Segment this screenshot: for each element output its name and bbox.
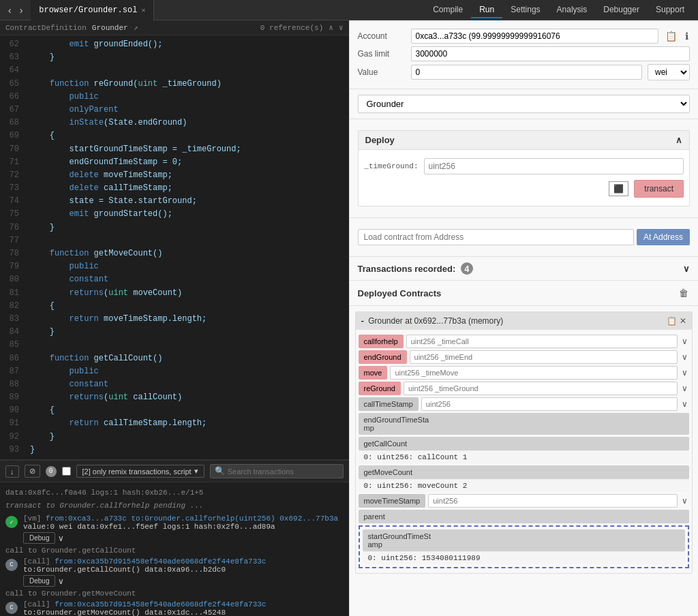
terminal-body[interactable]: data:0x8fc...f0a46 logs:1 hash:0xb26...e… (0, 482, 349, 616)
top-bar: ‹ › browser/Grounder.sol ✕ Compile Run S… (0, 0, 698, 20)
transactions-badge: 4 (461, 262, 473, 275)
tx-action-row: Debug∨ (23, 575, 344, 587)
fn-endgroundtimestamp: endGroundTimeStamp (359, 413, 690, 435)
fn-move-button[interactable]: move (359, 366, 388, 380)
stop-button[interactable]: ⊘ (25, 465, 40, 478)
fn-startgroundtimestamp-button[interactable]: startGroundTimeStamp (363, 529, 686, 551)
fn-endgroundtimestamp-button[interactable]: endGroundTimeStamp (359, 413, 690, 435)
fn-getmovecount-button[interactable]: getMoveCount (359, 465, 690, 479)
file-name-label: Grounder (92, 24, 128, 32)
tab-compile[interactable]: Compile (425, 2, 471, 18)
tx-expand-button[interactable]: ∨ (58, 576, 64, 586)
deploy-title: Deploy (365, 135, 395, 145)
account-row: Account 📋 ℹ (358, 29, 691, 44)
fn-endground-button[interactable]: endGround (359, 350, 407, 364)
at-address-button[interactable]: At Address (637, 229, 690, 245)
search-input[interactable] (228, 467, 339, 476)
fn-movetimestamp-button[interactable]: moveTimeStamp (359, 494, 426, 508)
gas-limit-label: Gas limit (358, 49, 406, 59)
tab-close-button[interactable]: ✕ (141, 6, 145, 14)
deployed-delete-button[interactable]: 🗑 (678, 286, 690, 300)
fn-reground-button[interactable]: reGround (359, 382, 401, 395)
nav-forward-button[interactable]: › (17, 3, 26, 17)
transactions-header[interactable]: Transactions recorded: 4 ∨ (350, 257, 699, 281)
fn-callforhelp-input[interactable] (406, 335, 678, 348)
right-panel: Account 📋 ℹ Gas limit Value wei gwei eth… (349, 20, 699, 616)
terminal-toolbar: ↓ ⊘ 0 [2] only remix transactions, scrip… (0, 461, 349, 482)
fn-movetimestamp-input[interactable] (428, 494, 678, 508)
tx-details: [call] from:0xca35b7d915458ef540ade6068d… (23, 557, 344, 587)
checkbox-input[interactable] (62, 467, 71, 476)
fn-endground-expand[interactable]: ∨ (680, 352, 689, 362)
value-input[interactable] (411, 65, 643, 80)
tx-detail-line1: [call] from:0xca35b7d915458ef540ade6068d… (23, 557, 344, 566)
fn-callforhelp-row: callforhelp ∨ (359, 335, 690, 348)
deployed-contracts-label: Deployed Contracts (358, 288, 442, 298)
editor-body[interactable]: 6263646566676869707172737475767778798081… (0, 35, 349, 459)
tx-detail-line2: to:Grounder.getMoveCount() data:0x1dc...… (23, 609, 344, 616)
tx-status-icon: C (5, 602, 18, 614)
fn-callforhelp-expand[interactable]: ∨ (680, 337, 689, 346)
fn-movetimestamp: moveTimeStamp ∨ (359, 494, 690, 508)
tx-details: [call] from:0xca35b7d915458ef540ade6068d… (23, 600, 344, 616)
debug-button[interactable]: Debug (23, 575, 55, 587)
tab-debugger[interactable]: Debugger (595, 2, 648, 18)
terminal-panel: ↓ ⊘ 0 [2] only remix transactions, scrip… (0, 459, 349, 616)
tx-detail-line1: [vm] from:0xca3...a733c to:Grounder.call… (23, 514, 344, 523)
filter-button[interactable]: [2] only remix transactions, script ▾ (76, 465, 204, 478)
contract-remove-button[interactable]: ✕ (680, 316, 686, 326)
editor-split: ContractDefinition Grounder ↗ 0 referenc… (0, 20, 349, 616)
transaction-entry: ✓[vm] from:0xca3...a733c to:Grounder.cal… (5, 514, 344, 544)
tab-run[interactable]: Run (471, 2, 502, 18)
contract-instance-header: - Grounder at 0x692...77b3a (memory) 📋 ✕ (356, 312, 693, 330)
fn-calltimestamp: callTimeStamp ∨ (359, 397, 690, 411)
function-list: callforhelp ∨ endGround ∨ (356, 330, 693, 573)
contract-selector[interactable]: Grounder (358, 95, 691, 113)
search-icon: 🔍 (215, 466, 225, 476)
fn-movetimestamp-expand[interactable]: ∨ (680, 496, 689, 506)
transact-button[interactable]: transact (634, 180, 684, 198)
fn-callforhelp-button[interactable]: callforhelp (359, 335, 404, 348)
fn-endground-input[interactable] (410, 350, 678, 364)
fn-calltimestamp-input[interactable] (421, 397, 678, 411)
editor-tab[interactable]: browser/Grounder.sol ✕ (31, 0, 154, 20)
contract-instance: - Grounder at 0x692...77b3a (memory) 📋 ✕… (355, 311, 693, 574)
tab-support[interactable]: Support (648, 2, 693, 18)
editor-header: ContractDefinition Grounder ↗ 0 referenc… (0, 20, 349, 35)
fn-reground-input[interactable] (404, 382, 678, 395)
fn-getcallcount-button[interactable]: getCallCount (359, 437, 690, 450)
account-input[interactable] (411, 29, 659, 44)
deploy-actions: ⬛ transact (364, 177, 684, 200)
tab-settings[interactable]: Settings (502, 2, 548, 18)
fn-parent: parent (359, 510, 690, 523)
tx-detail-line2: value:0 wei data:0xfe1...f5eef logs:1 ha… (23, 523, 344, 531)
fn-reground-expand[interactable]: ∨ (680, 384, 689, 393)
tx-action-row: Debug∨ (23, 532, 344, 544)
debug-button[interactable]: Debug (23, 532, 55, 544)
fn-move-input[interactable] (390, 366, 678, 380)
fn-move-row: move ∨ (359, 366, 690, 380)
deploy-param-input[interactable] (424, 158, 684, 174)
tx-expand-button[interactable]: ∨ (58, 534, 64, 543)
call-label: call to Grounder.getCallCount (5, 546, 344, 555)
fn-move-expand[interactable]: ∨ (680, 368, 689, 378)
fn-calltimestamp-expand[interactable]: ∨ (680, 399, 689, 409)
contract-collapse-button[interactable]: - (361, 315, 365, 326)
tx-details: [vm] from:0xca3...a733c to:Grounder.call… (23, 514, 344, 544)
value-unit-select[interactable]: wei gwei ether (648, 64, 690, 80)
contract-copy-button[interactable]: 📋 (667, 316, 677, 326)
gas-limit-input[interactable] (411, 46, 691, 61)
account-info-button[interactable]: ℹ (684, 29, 690, 43)
deploy-section-wrapper: Deploy ∧ _timeGround: ⬛ transact (350, 119, 699, 218)
fn-move: move ∨ (359, 366, 690, 380)
fn-reground-row: reGround ∨ (359, 382, 690, 395)
tab-analysis[interactable]: Analysis (549, 2, 596, 18)
deploy-copy-button[interactable]: ⬛ (609, 181, 628, 196)
fn-calltimestamp-button[interactable]: callTimeStamp (359, 397, 419, 411)
nav-back-button[interactable]: ‹ (5, 3, 14, 17)
deploy-header[interactable]: Deploy ∧ (359, 131, 690, 150)
account-copy-button[interactable]: 📋 (664, 29, 678, 43)
fn-parent-button[interactable]: parent (359, 510, 690, 523)
clear-button[interactable]: ↓ (5, 465, 19, 478)
load-contract-input[interactable] (358, 229, 634, 245)
